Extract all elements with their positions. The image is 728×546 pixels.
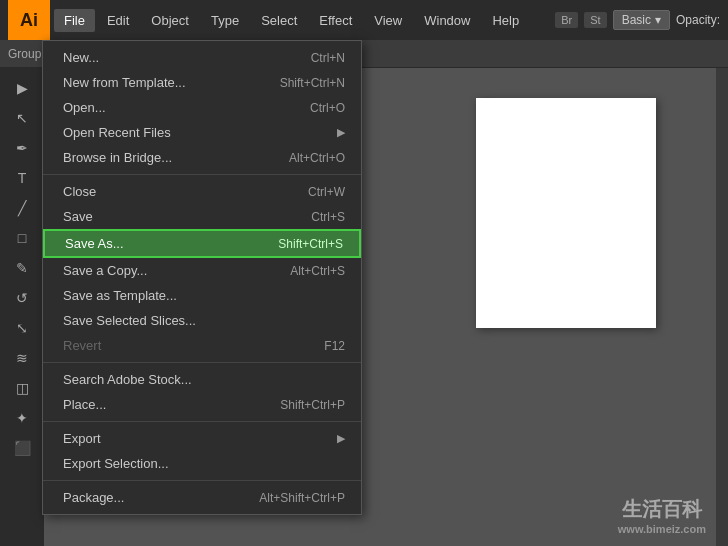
app-logo: Ai (8, 0, 50, 40)
workspace-label: Basic (622, 13, 651, 27)
artboard-tool[interactable]: ⬛ (7, 434, 37, 462)
opacity-label: Opacity: (676, 13, 720, 27)
menu-items: File Edit Object Type Select Effect View… (54, 9, 529, 32)
menu-type[interactable]: Type (201, 9, 249, 32)
menu-save-slices[interactable]: Save Selected Slices... (43, 308, 361, 333)
menu-edit[interactable]: Edit (97, 9, 139, 32)
menu-save-as[interactable]: Save As... Shift+Ctrl+S (43, 229, 361, 258)
menu-export-selection[interactable]: Export Selection... (43, 451, 361, 476)
watermark-text: 生活百科 (618, 496, 706, 522)
menu-export[interactable]: Export ▶ (43, 426, 361, 451)
menu-save-copy[interactable]: Save a Copy... Alt+Ctrl+S (43, 258, 361, 283)
direct-select-tool[interactable]: ↖ (7, 104, 37, 132)
menu-save-template[interactable]: Save as Template... (43, 283, 361, 308)
menu-window[interactable]: Window (414, 9, 480, 32)
canvas-document (476, 98, 656, 328)
menu-object[interactable]: Object (141, 9, 199, 32)
workspace-chevron-icon: ▾ (655, 13, 661, 27)
menu-close[interactable]: Close Ctrl+W (43, 179, 361, 204)
menu-open[interactable]: Open... Ctrl+O (43, 95, 361, 120)
group-label: Group (8, 47, 41, 61)
shape-tool[interactable]: □ (7, 224, 37, 252)
divider-3 (43, 421, 361, 422)
divider-4 (43, 480, 361, 481)
menu-help[interactable]: Help (482, 9, 529, 32)
arrow-icon: ▶ (337, 126, 345, 139)
menu-browse-bridge[interactable]: Browse in Bridge... Alt+Ctrl+O (43, 145, 361, 170)
menu-bar-right: Br St Basic ▾ Opacity: (555, 10, 720, 30)
watermark: 生活百科 www.bimeiz.com (618, 496, 706, 536)
br-badge[interactable]: Br (555, 12, 578, 28)
menu-view[interactable]: View (364, 9, 412, 32)
right-scrollbar[interactable] (716, 68, 728, 546)
file-dropdown: New... Ctrl+N New from Template... Shift… (42, 40, 362, 515)
menu-revert: Revert F12 (43, 333, 361, 358)
menu-open-recent[interactable]: Open Recent Files ▶ (43, 120, 361, 145)
left-toolbar: ▶ ↖ ✒ T ╱ □ ✎ ↺ ⤡ ≋ ◫ ✦ ⬛ (0, 68, 44, 546)
divider-2 (43, 362, 361, 363)
select-tool[interactable]: ▶ (7, 74, 37, 102)
menu-save[interactable]: Save Ctrl+S (43, 204, 361, 229)
watermark-url: www.bimeiz.com (618, 522, 706, 536)
menu-select[interactable]: Select (251, 9, 307, 32)
menu-package[interactable]: Package... Alt+Shift+Ctrl+P (43, 485, 361, 510)
type-tool[interactable]: T (7, 164, 37, 192)
menu-effect[interactable]: Effect (309, 9, 362, 32)
scale-tool[interactable]: ⤡ (7, 314, 37, 342)
menu-place[interactable]: Place... Shift+Ctrl+P (43, 392, 361, 417)
line-tool[interactable]: ╱ (7, 194, 37, 222)
pen-tool[interactable]: ✒ (7, 134, 37, 162)
divider-1 (43, 174, 361, 175)
menu-new-from-template[interactable]: New from Template... Shift+Ctrl+N (43, 70, 361, 95)
menu-search-stock[interactable]: Search Adobe Stock... (43, 367, 361, 392)
menu-new[interactable]: New... Ctrl+N (43, 45, 361, 70)
rotate-tool[interactable]: ↺ (7, 284, 37, 312)
menu-bar: Ai File Edit Object Type Select Effect V… (0, 0, 728, 40)
paintbrush-tool[interactable]: ✎ (7, 254, 37, 282)
warp-tool[interactable]: ≋ (7, 344, 37, 372)
export-arrow-icon: ▶ (337, 432, 345, 445)
workspace-selector[interactable]: Basic ▾ (613, 10, 670, 30)
file-dropdown-menu: New... Ctrl+N New from Template... Shift… (42, 40, 362, 515)
eyedropper-tool[interactable]: ✦ (7, 404, 37, 432)
gradient-tool[interactable]: ◫ (7, 374, 37, 402)
st-badge[interactable]: St (584, 12, 606, 28)
menu-file[interactable]: File (54, 9, 95, 32)
